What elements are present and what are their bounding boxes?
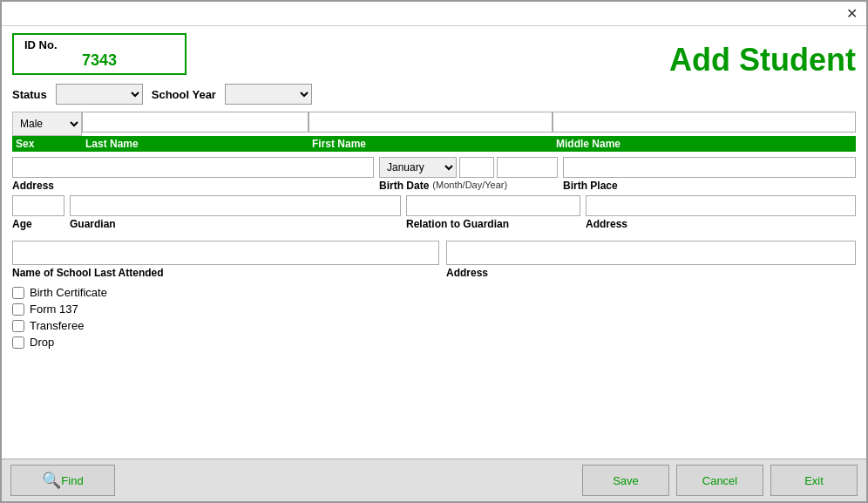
checkboxes-section: Birth Certificate Form 137 Transferee Dr… — [12, 286, 856, 349]
birth-month-select[interactable]: JanuaryFebruaryMarch AprilMayJune JulyAu… — [379, 157, 457, 178]
drop-item: Drop — [12, 336, 856, 349]
cancel-button[interactable]: Cancel — [676, 465, 763, 496]
school-address-field: Address — [446, 241, 856, 279]
status-select[interactable]: Active Inactive — [56, 84, 143, 105]
top-row: Status Active Inactive School Year 2023-… — [12, 84, 312, 105]
main-window: ✕ ID No. 7343 Status Active Inactive Sch… — [0, 0, 868, 503]
left-header: ID No. 7343 Status Active Inactive Schoo… — [12, 33, 312, 112]
school-field: Name of School Last Attended — [12, 241, 439, 279]
guardian-label: Guardian — [70, 218, 401, 230]
transferee-checkbox[interactable] — [12, 320, 24, 332]
form-content: ID No. 7343 Status Active Inactive Schoo… — [2, 26, 866, 359]
middle-name-cell — [553, 112, 856, 136]
first-name-cell — [309, 112, 553, 136]
guardian-address-input[interactable] — [586, 195, 856, 216]
id-value: 7343 — [24, 51, 174, 70]
close-button[interactable]: ✕ — [843, 5, 861, 22]
title-bar: ✕ — [2, 2, 866, 26]
birth-place-input[interactable] — [563, 157, 856, 178]
school-address-label: Address — [446, 267, 856, 279]
school-address-input[interactable] — [446, 241, 856, 265]
school-input[interactable] — [12, 241, 439, 265]
page-title: Add Student — [669, 42, 856, 78]
exit-button[interactable]: Exit — [770, 465, 858, 496]
school-year-select[interactable]: 2023-2024 2024-2025 — [225, 84, 312, 105]
relation-input[interactable] — [406, 195, 580, 216]
birth-place-field: Birth Place — [563, 157, 856, 192]
save-button[interactable]: Save — [582, 465, 669, 496]
find-label: Find — [61, 474, 83, 487]
first-name-input[interactable] — [309, 112, 553, 133]
school-year-label: School Year — [152, 88, 216, 101]
transferee-label: Transferee — [30, 319, 84, 332]
header-area: ID No. 7343 Status Active Inactive Schoo… — [12, 33, 856, 112]
birth-day-input[interactable] — [459, 157, 494, 178]
birth-cert-checkbox[interactable] — [12, 287, 24, 299]
transferee-item: Transferee — [12, 319, 856, 332]
find-icon: 🔍 — [42, 471, 61, 490]
middle-name-input[interactable] — [553, 112, 856, 133]
birth-place-label: Birth Place — [563, 180, 856, 192]
last-name-col-label: Last Name — [82, 136, 309, 152]
last-name-cell — [82, 112, 309, 136]
sex-col-label: Sex — [12, 136, 82, 152]
birth-cert-label: Birth Certificate — [30, 286, 107, 299]
address-input[interactable] — [12, 157, 374, 178]
age-label: Age — [12, 218, 64, 230]
address-birth-row: Address JanuaryFebruaryMarch AprilMayJun… — [12, 157, 856, 192]
sex-select[interactable]: Male Female — [12, 112, 82, 136]
age-input[interactable] — [12, 195, 64, 216]
form137-label: Form 137 — [30, 302, 78, 316]
drop-label: Drop — [30, 336, 54, 349]
guardian-field: Guardian — [70, 195, 401, 230]
sex-cell: Male Female — [12, 112, 82, 136]
bottom-bar: 🔍 Find Save Cancel Exit — [2, 459, 866, 501]
middle-name-col-label: Middle Name — [553, 136, 856, 152]
birth-date-hint: (Month/Day/Year) — [432, 180, 507, 190]
address-field: Address — [12, 157, 374, 192]
guardian-input[interactable] — [70, 195, 401, 216]
last-name-input[interactable] — [82, 112, 309, 133]
form137-item: Form 137 — [12, 302, 856, 316]
form137-checkbox[interactable] — [12, 303, 24, 316]
birth-date-field: JanuaryFebruaryMarch AprilMayJune JulyAu… — [379, 157, 558, 192]
birth-date-label: Birth Date — [379, 180, 429, 192]
guardian-address-label: Address — [586, 218, 856, 230]
find-button[interactable]: 🔍 Find — [10, 465, 115, 496]
age-field: Age — [12, 195, 64, 230]
status-label: Status — [12, 88, 47, 101]
school-label: Name of School Last Attended — [12, 267, 439, 279]
name-input-row: Male Female — [12, 112, 856, 136]
guardian-row: Age Guardian Relation to Guardian Addres… — [12, 195, 856, 230]
id-section: ID No. 7343 — [12, 33, 186, 75]
birth-cert-item: Birth Certificate — [12, 286, 856, 299]
name-label-row: Sex Last Name First Name Middle Name — [12, 136, 856, 152]
drop-checkbox[interactable] — [12, 336, 24, 349]
birth-year-input[interactable] — [497, 157, 558, 178]
relation-label: Relation to Guardian — [406, 218, 580, 230]
first-name-col-label: First Name — [309, 136, 553, 152]
school-row: Name of School Last Attended Address — [12, 241, 856, 279]
relation-field: Relation to Guardian — [406, 195, 580, 230]
guardian-address-field: Address — [586, 195, 856, 230]
id-label: ID No. — [24, 38, 174, 51]
address-label: Address — [12, 180, 374, 192]
